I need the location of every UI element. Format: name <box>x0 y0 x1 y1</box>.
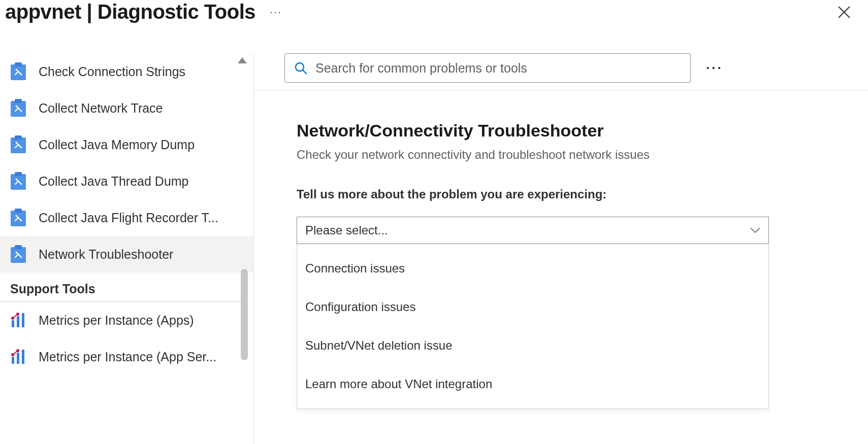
chevron-down-icon <box>750 227 760 233</box>
page-title: appvnet | Diagnostic Tools <box>5 1 255 23</box>
sidebar-item-label: Metrics per Instance (App Ser... <box>39 350 216 364</box>
close-icon <box>838 6 851 19</box>
sidebar-group-header: Support Tools <box>0 272 241 302</box>
sidebar-item-metrics-per-instance-apps[interactable]: Metrics per Instance (Apps) <box>0 302 254 338</box>
main-panel: ··· Network/Connectivity Troubleshooter … <box>254 33 868 444</box>
dropdown-trigger[interactable]: Please select... <box>297 217 769 244</box>
dropdown-placeholder: Please select... <box>305 223 388 237</box>
dropdown-option-learn-more-vnet[interactable]: Learn more about VNet integration <box>297 365 768 403</box>
scroll-up-button[interactable] <box>238 57 247 63</box>
tool-icon <box>10 172 26 190</box>
header-more-button[interactable]: ··· <box>270 6 282 19</box>
sidebar-item-collect-java-flight-recorder[interactable]: Collect Java Flight Recorder T... <box>0 199 254 236</box>
scrollbar-track[interactable] <box>241 69 248 444</box>
sidebar-item-collect-java-thread-dump[interactable]: Collect Java Thread Dump <box>0 163 254 199</box>
sidebar-item-label: Network Troubleshooter <box>39 247 173 262</box>
sidebar-item-label: Collect Java Thread Dump <box>39 174 189 189</box>
sidebar-item-label: Check Connection Strings <box>39 64 185 79</box>
content-prompt: Tell us more about the problem you are e… <box>297 187 843 201</box>
search-icon <box>294 61 307 75</box>
sidebar-item-label: Collect Network Trace <box>39 101 163 116</box>
content-subtitle: Check your network connectivity and trou… <box>297 148 843 162</box>
sidebar-item-label: Metrics per Instance (Apps) <box>39 313 194 328</box>
content-title: Network/Connectivity Troubleshooter <box>297 121 843 141</box>
chart-icon <box>10 311 26 329</box>
tool-icon <box>10 209 26 227</box>
search-input[interactable] <box>315 61 681 76</box>
sidebar-item-network-troubleshooter[interactable]: Network Troubleshooter <box>0 236 254 272</box>
dropdown-option-subnet-vnet-deletion[interactable]: Subnet/VNet deletion issue <box>297 326 768 365</box>
sidebar-item-collect-java-memory-dump[interactable]: Collect Java Memory Dump <box>0 126 254 163</box>
sidebar-item-label: Collect Java Memory Dump <box>39 138 195 152</box>
dropdown-option-configuration-issues[interactable]: Configuration issues <box>297 288 768 326</box>
chart-icon <box>10 348 26 366</box>
sidebar-item-check-connection-strings[interactable]: Check Connection Strings <box>0 53 254 90</box>
search-box[interactable] <box>284 53 691 83</box>
close-button[interactable] <box>835 4 853 21</box>
sidebar-item-collect-network-trace[interactable]: Collect Network Trace <box>0 90 254 126</box>
tool-icon <box>10 62 26 81</box>
scrollbar-thumb[interactable] <box>241 269 248 360</box>
tool-icon <box>10 245 26 263</box>
tool-icon <box>10 135 26 154</box>
page-header: appvnet | Diagnostic Tools ··· <box>0 0 868 33</box>
sidebar: Check Connection Strings Collect Network… <box>0 33 254 444</box>
main-more-button[interactable]: ··· <box>706 60 723 76</box>
tool-icon <box>10 99 26 117</box>
dropdown-list: Connection issues Configuration issues S… <box>297 244 769 409</box>
sidebar-item-label: Collect Java Flight Recorder T... <box>39 211 218 225</box>
problem-dropdown: Please select... Connection issues Confi… <box>297 217 769 409</box>
dropdown-option-connection-issues[interactable]: Connection issues <box>297 249 768 288</box>
sidebar-item-metrics-per-instance-app-service[interactable]: Metrics per Instance (App Ser... <box>0 338 254 375</box>
